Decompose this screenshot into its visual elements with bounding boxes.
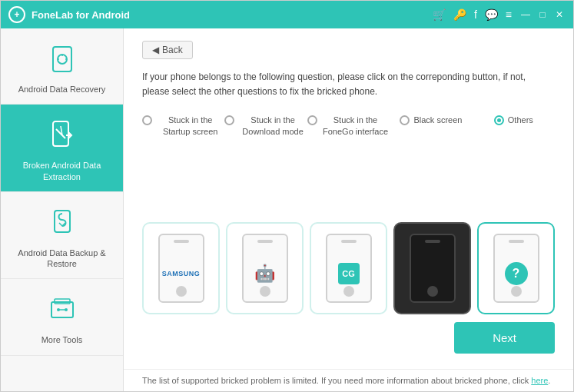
menu-icon[interactable]: ≡ bbox=[506, 8, 512, 21]
sidebar-item-broken-extraction[interactable]: Broken Android Data Extraction bbox=[1, 105, 123, 192]
title-bar: + FoneLab for Android 🛒 🔑 f 💬 ≡ — □ ✕ bbox=[1, 1, 573, 28]
footer-link[interactable]: here bbox=[531, 376, 548, 385]
samsung-logo: SAMSUNG bbox=[162, 270, 201, 277]
footer-text: The list of supported bricked problem is… bbox=[124, 369, 573, 391]
sidebar-item-broken-extraction-label: Broken Android Data Extraction bbox=[8, 160, 115, 182]
radio-black[interactable] bbox=[400, 115, 410, 125]
phone-mockup-samsung: SAMSUNG bbox=[158, 234, 204, 303]
radio-download[interactable] bbox=[224, 115, 234, 125]
phone-mockup-black bbox=[410, 234, 456, 303]
android-recovery-svg bbox=[47, 42, 78, 76]
back-button[interactable]: ◀ Back bbox=[142, 41, 193, 59]
minimize-button[interactable]: — bbox=[519, 9, 532, 20]
restore-button[interactable]: □ bbox=[536, 9, 549, 20]
option-download-label: Stuck in the Download mode bbox=[238, 115, 307, 137]
option-others-radio-row: Others bbox=[494, 115, 533, 125]
svg-line-3 bbox=[56, 129, 65, 138]
option-others-label: Others bbox=[508, 115, 533, 125]
backup-restore-icon bbox=[44, 204, 81, 241]
window-controls: — □ ✕ bbox=[519, 9, 566, 20]
question-icon: ? bbox=[505, 262, 528, 285]
option-fonego-label: Stuck in the FoneGo interface bbox=[321, 115, 390, 137]
sidebar-item-android-recovery-label: Android Data Recovery bbox=[18, 84, 106, 95]
instruction-text: If your phone belongs to the following q… bbox=[142, 70, 555, 99]
option-black-label: Black screen bbox=[413, 115, 462, 125]
option-startup-label: Stuck in the Startup screen bbox=[156, 115, 224, 137]
option-black[interactable]: Black screen bbox=[390, 115, 472, 125]
svg-rect-0 bbox=[53, 47, 71, 71]
content-inner: ◀ Back If your phone belongs to the foll… bbox=[124, 28, 573, 369]
option-download[interactable]: Stuck in the Download mode bbox=[224, 115, 307, 137]
content-area: ◀ Back If your phone belongs to the foll… bbox=[124, 28, 573, 391]
sidebar-item-backup-restore[interactable]: Android Data Backup & Restore bbox=[1, 192, 123, 280]
phone-card-fonego[interactable]: CG bbox=[310, 222, 387, 314]
option-black-radio-row: Black screen bbox=[400, 115, 462, 125]
next-btn-row: Next bbox=[142, 322, 555, 360]
option-startup-radio-row: Stuck in the Startup screen bbox=[142, 115, 224, 137]
main-layout: Android Data Recovery Broken Android Dat… bbox=[1, 28, 573, 391]
toolbar-icons: 🛒 🔑 f 💬 ≡ bbox=[433, 8, 512, 21]
backup-restore-svg bbox=[47, 206, 78, 240]
close-button[interactable]: ✕ bbox=[553, 9, 566, 20]
back-arrow-icon: ◀ bbox=[152, 45, 159, 55]
sidebar-item-backup-restore-label: Android Data Backup & Restore bbox=[8, 247, 115, 270]
instruction-line1: If your phone belongs to the following q… bbox=[142, 71, 526, 82]
app-title: FoneLab for Android bbox=[32, 9, 433, 21]
next-button[interactable]: Next bbox=[454, 322, 555, 354]
broken-extraction-icon bbox=[44, 117, 81, 154]
radio-others[interactable] bbox=[494, 115, 504, 125]
back-label: Back bbox=[162, 45, 183, 55]
cg-logo: CG bbox=[338, 263, 360, 284]
app-window: + FoneLab for Android 🛒 🔑 f 💬 ≡ — □ ✕ bbox=[0, 0, 574, 392]
cart-icon[interactable]: 🛒 bbox=[433, 8, 446, 21]
more-tools-icon bbox=[44, 291, 81, 328]
option-download-radio-row: Stuck in the Download mode bbox=[224, 115, 307, 137]
phone-card-android[interactable]: 🤖 bbox=[226, 222, 304, 314]
options-row: Stuck in the Startup screen Stuck in the… bbox=[142, 115, 555, 137]
sidebar: Android Data Recovery Broken Android Dat… bbox=[1, 28, 124, 391]
sidebar-item-more-tools-label: More Tools bbox=[41, 334, 83, 345]
phone-mockup-fonego: CG bbox=[326, 234, 372, 303]
radio-fonego[interactable] bbox=[307, 115, 317, 125]
option-others[interactable]: Others bbox=[473, 115, 555, 125]
app-logo: + bbox=[8, 6, 25, 23]
phone-mockup-others: ? bbox=[493, 234, 539, 303]
phone-card-samsung[interactable]: SAMSUNG bbox=[142, 222, 220, 314]
footer-message: The list of supported bricked problem is… bbox=[142, 376, 529, 385]
android-icon: 🤖 bbox=[254, 264, 275, 284]
more-tools-svg bbox=[47, 293, 78, 327]
key-icon[interactable]: 🔑 bbox=[453, 8, 466, 21]
option-startup[interactable]: Stuck in the Startup screen bbox=[142, 115, 224, 137]
sidebar-item-android-recovery[interactable]: Android Data Recovery bbox=[1, 28, 123, 105]
phone-card-others[interactable]: ? bbox=[477, 222, 555, 314]
android-recovery-icon bbox=[44, 41, 81, 78]
facebook-icon[interactable]: f bbox=[474, 8, 477, 21]
instruction-line2: please select the other questions to fix… bbox=[142, 86, 377, 97]
phones-row: SAMSUNG 🤖 CG bbox=[142, 149, 555, 314]
option-fonego-radio-row: Stuck in the FoneGo interface bbox=[307, 115, 390, 137]
radio-startup[interactable] bbox=[142, 115, 152, 125]
broken-extraction-svg bbox=[47, 118, 78, 152]
phone-card-black[interactable] bbox=[393, 222, 471, 314]
phone-mockup-android: 🤖 bbox=[242, 234, 288, 303]
sidebar-item-more-tools[interactable]: More Tools bbox=[1, 279, 123, 355]
chat-icon[interactable]: 💬 bbox=[485, 8, 498, 21]
option-fonego[interactable]: Stuck in the FoneGo interface bbox=[307, 115, 390, 137]
